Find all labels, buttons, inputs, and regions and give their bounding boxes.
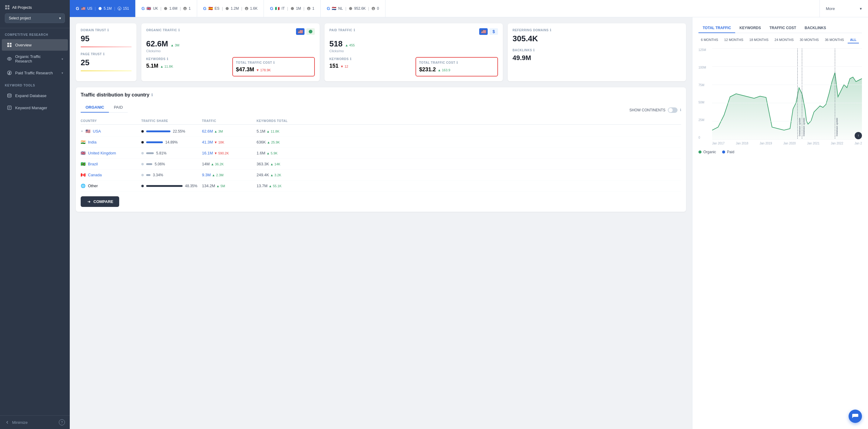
help-icon[interactable]: ?: [59, 419, 65, 425]
bar-uk: 5.81%: [141, 151, 202, 155]
country-usa[interactable]: ✦ 🇺🇸 USA: [81, 129, 141, 133]
chart-svg: [712, 48, 862, 139]
keywords-usa: 5.1M ▲ 11.8K: [256, 129, 681, 133]
database-icon: [7, 93, 12, 98]
time-tab-18m[interactable]: 18 MONTHS: [747, 37, 771, 43]
sidebar-item-organic[interactable]: Organic Traffic Research ▾: [2, 51, 68, 66]
chevron-right-icon2: ▾: [62, 71, 63, 74]
keywords-brazil: 363.3K ▲ 14K: [256, 162, 681, 166]
time-tab-24m[interactable]: 24 MONTHS: [772, 37, 796, 43]
tab-uk[interactable]: G 🇬🇧 UK | 1.6M | $ 1: [135, 0, 197, 17]
google-logo-nl: G: [327, 6, 330, 11]
keywords-other: 13.7M ▲ 55.1K: [256, 184, 681, 188]
continents-toggle[interactable]: [668, 108, 678, 113]
chart-tab-backlinks[interactable]: BACKLINKS: [800, 23, 830, 33]
minimize-button[interactable]: Minimize: [5, 420, 28, 425]
chart-body: Database update Database update Database…: [712, 48, 862, 139]
sidebar-item-manager[interactable]: Keyword Manager: [2, 102, 68, 114]
svg-point-8: [9, 58, 10, 60]
tab-us[interactable]: G 🇺🇸 US | 5.1M | $ 151: [70, 0, 135, 17]
flag-uk: 🇬🇧: [147, 6, 151, 11]
page-trust-value: 25: [81, 58, 132, 67]
grid-line-0: [712, 139, 862, 140]
chart-legend: Organic Paid: [699, 150, 862, 154]
tab-organic[interactable]: ORGANIC: [81, 102, 109, 113]
dollar-icon-it: $: [307, 7, 311, 10]
time-tab-6m[interactable]: 6 MONTHS: [699, 37, 721, 43]
keywords-section: KEYWORDS ℹ 5.1M ▲ 11.8K: [146, 57, 229, 76]
tab-nl[interactable]: G 🇳🇱 NL | 952.6K | $ 0: [320, 0, 385, 17]
organic-traffic-value: 62.6M: [146, 39, 168, 49]
organic-paid-tabs: ORGANIC PAID: [81, 102, 128, 113]
country-canada[interactable]: 🇨🇦 Canada: [81, 173, 141, 177]
time-tab-all[interactable]: ALL: [848, 37, 859, 43]
time-tab-30m[interactable]: 30 MONTHS: [797, 37, 821, 43]
chat-button[interactable]: [848, 409, 862, 423]
chart-tab-cost[interactable]: TRAFFIC COST: [765, 23, 800, 33]
country-brazil[interactable]: 🇧🇷 Brazil: [81, 162, 141, 166]
chat-icon: [852, 413, 858, 419]
time-tab-36m[interactable]: 36 MONTHS: [823, 37, 846, 43]
tab-more-dropdown[interactable]: More ▾: [819, 0, 868, 17]
tab-it[interactable]: G 🇮🇹 IT | 1M | $ 1: [264, 0, 320, 17]
bar-dot-canada: [141, 174, 144, 176]
toggle-knob: [669, 108, 673, 112]
keywords-canada: 249.4K ▲ 3.2K: [256, 173, 681, 177]
svg-rect-4: [7, 43, 9, 44]
country-tabs-bar: G 🇺🇸 US | 5.1M | $ 151 G 🇬🇧 UK | 1.6M | …: [70, 0, 868, 17]
flag-other: 🌐: [81, 184, 86, 188]
upload-icon[interactable]: ↑: [855, 132, 862, 139]
time-tab-12m[interactable]: 12 MONTHS: [722, 37, 746, 43]
paid-traffic-value: 518: [329, 39, 342, 49]
chart-tab-keywords[interactable]: KEYWORDS: [735, 23, 765, 33]
country-uk[interactable]: 🇬🇧 United Kingdom: [81, 151, 141, 155]
sidebar-item-overview[interactable]: Overview: [2, 39, 68, 51]
keywords-change: ▲ 11.8K: [160, 65, 173, 68]
country-india[interactable]: 🇮🇳 India: [81, 140, 141, 145]
referring-domains-card: REFERRING DOMAINS ℹ 305.4K BACKLINKS ℹ 4…: [508, 23, 686, 81]
sidebar-item-expand[interactable]: Expand Database: [2, 90, 68, 101]
paid-keywords-change: ▼ 12: [340, 65, 348, 68]
db-update-label-3: Database update: [836, 118, 838, 136]
compare-button[interactable]: COMPARE: [81, 196, 119, 207]
grid-line-75m: [712, 85, 862, 85]
bar-fill-india: [146, 142, 163, 143]
project-select[interactable]: Select project ▾: [5, 13, 65, 23]
us-flag-btn-paid[interactable]: 🇺🇸: [479, 28, 488, 35]
dollar-btn-paid[interactable]: $: [490, 28, 498, 35]
chevron-right-icon: ▾: [62, 57, 63, 61]
tab-paid-dist[interactable]: PAID: [109, 102, 127, 113]
flag-brazil: 🇧🇷: [81, 162, 86, 166]
leaf-icon-it: [290, 7, 294, 10]
all-projects-link[interactable]: All Projects: [5, 5, 65, 10]
tab-es[interactable]: G 🇪🇸 ES | 1.2M | $ 1.6K: [197, 0, 264, 17]
leaf-btn[interactable]: [306, 28, 315, 35]
chevron-down-icon: ▾: [59, 16, 61, 20]
svg-text:$: $: [373, 8, 374, 10]
svg-point-10: [8, 94, 11, 95]
domain-trust-value: 95: [81, 34, 132, 43]
dollar-icon: [7, 70, 12, 75]
paid-flag-icons: 🇺🇸 $: [479, 28, 498, 35]
right-panel: TOTAL TRAFFIC KEYWORDS TRAFFIC COST BACK…: [692, 17, 868, 429]
dollar-icon-nl: $: [372, 7, 375, 10]
bar-usa: 22.55%: [141, 129, 202, 133]
sidebar-item-label-organic: Organic Traffic Research: [15, 54, 59, 63]
bar-fill-uk: [146, 152, 154, 154]
grid-line-25m: [712, 121, 862, 121]
svg-rect-11: [8, 106, 11, 110]
traffic-uk: 16.1M ▼ 590.2K: [202, 151, 256, 155]
flag-nl: 🇳🇱: [332, 6, 336, 11]
google-logo-uk: G: [142, 6, 145, 11]
bar-fill-brazil: [146, 163, 152, 165]
flag-uk-row: 🇬🇧: [81, 151, 86, 155]
us-flag-btn[interactable]: 🇺🇸: [296, 28, 305, 35]
google-logo-es: G: [203, 6, 207, 11]
pct-canada: 3.34%: [153, 173, 163, 177]
google-logo-it: G: [270, 6, 273, 11]
sidebar-item-paid[interactable]: Paid Traffic Research ▾: [2, 67, 68, 79]
chart-tab-total[interactable]: TOTAL TRAFFIC: [699, 23, 735, 33]
traffic-distribution-card: Traffic distribution by country ℹ ORGANI…: [76, 87, 686, 212]
grid-line-100m: [712, 66, 862, 67]
content-area: DOMAIN TRUST ℹ 95 PAGE TRUST ℹ 25: [70, 17, 868, 429]
